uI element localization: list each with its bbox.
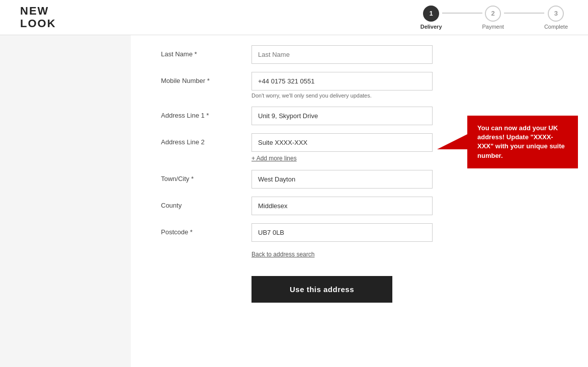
town-city-row: Town/City * (161, 170, 558, 189)
mobile-hint: Don't worry, we'll only send you deliver… (251, 93, 433, 99)
site-logo: NEW LOOK (20, 5, 56, 29)
last-name-label: Last Name * (161, 45, 251, 58)
use-address-button[interactable]: Use this address (251, 276, 392, 303)
main-content: You can now add your UK address! Update … (131, 35, 588, 367)
sidebar (0, 35, 131, 367)
checkout-progress: 1 Delivery 2 Payment 3 Complete (421, 6, 568, 30)
back-to-address-link[interactable]: Back to address search (251, 251, 314, 258)
step-3-label: Complete (544, 24, 568, 30)
last-name-field (251, 45, 433, 64)
mobile-field: Don't worry, we'll only send you deliver… (251, 72, 433, 99)
address-line2-label: Address Line 2 (161, 133, 251, 146)
address-line1-label: Address Line 1 * (161, 107, 251, 119)
town-city-label: Town/City * (161, 170, 251, 182)
address-line2-input[interactable] (251, 133, 433, 152)
last-name-row: Last Name * (161, 45, 558, 64)
address-line2-field: + Add more lines (251, 133, 433, 162)
county-field (251, 197, 433, 215)
step-connector-1 (442, 13, 482, 14)
postcode-row: Postcode * (161, 223, 558, 242)
add-more-lines-link[interactable]: + Add more lines (251, 155, 297, 162)
step-complete: 3 Complete (544, 6, 568, 30)
address-line1-field (251, 107, 433, 125)
step-1-label: Delivery (421, 24, 442, 30)
page-layout: You can now add your UK address! Update … (0, 35, 588, 367)
site-header: NEW LOOK 1 Delivery 2 Payment 3 Complete (0, 0, 588, 35)
mobile-input[interactable] (251, 72, 433, 90)
step-3-circle: 3 (548, 6, 564, 22)
postcode-field (251, 223, 433, 242)
postcode-input[interactable] (251, 223, 433, 242)
callout-box: You can now add your UK address! Update … (467, 116, 578, 168)
town-city-field (251, 170, 433, 189)
logo-line1: NEW (20, 5, 56, 17)
county-input[interactable] (251, 197, 433, 215)
step-1-circle: 1 (423, 6, 439, 22)
town-city-input[interactable] (251, 170, 433, 189)
step-connector-2 (504, 13, 544, 14)
step-2-circle: 2 (485, 6, 501, 22)
mobile-row: Mobile Number * Don't worry, we'll only … (161, 72, 558, 99)
county-row: County (161, 197, 558, 215)
last-name-input[interactable] (251, 45, 433, 64)
logo-line2: LOOK (20, 18, 56, 30)
step-payment: 2 Payment (482, 6, 504, 30)
mobile-label: Mobile Number * (161, 72, 251, 84)
county-label: County (161, 197, 251, 209)
postcode-label: Postcode * (161, 223, 251, 236)
step-2-label: Payment (482, 24, 504, 30)
form-actions: Back to address search Use this address (251, 250, 558, 303)
callout-text: You can now add your UK address! Update … (477, 124, 565, 159)
address-line1-input[interactable] (251, 107, 433, 125)
step-delivery: 1 Delivery (421, 6, 442, 30)
